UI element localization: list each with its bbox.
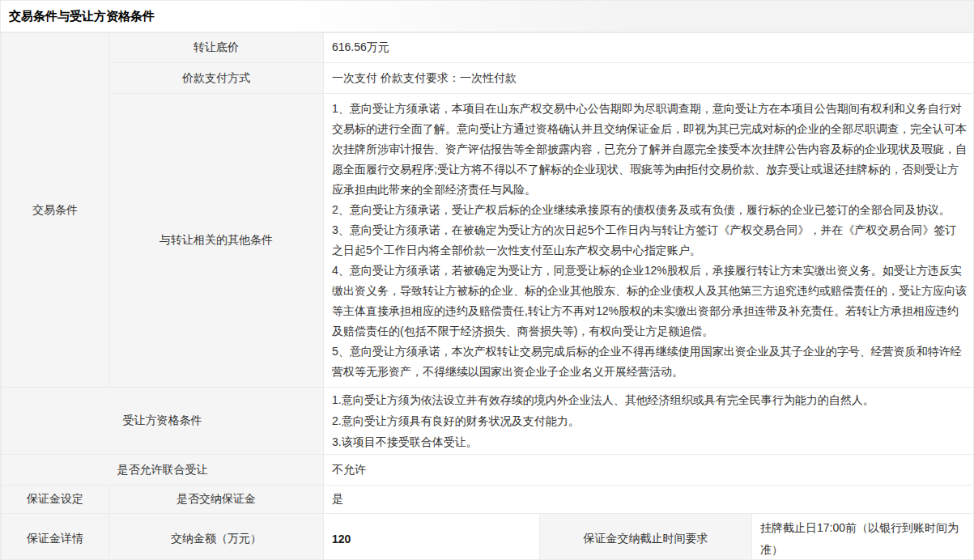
table-row: 价款支付方式 一次支付 价款支付要求：一次性付款 (2, 63, 974, 94)
other-condition-paragraph: 1、意向受让方须承诺，本项目在山东产权交易中心公告期即为尽职调查期，意向受让方在… (332, 99, 967, 200)
group-cell-deposit-detail: 保证金详情 (2, 514, 109, 560)
label-cell-deposit-required: 是否交纳保证金 (109, 486, 324, 514)
value-cell-deposit-required: 是 (324, 486, 974, 514)
qualification-line: 3.该项目不接受联合体受让。 (332, 431, 967, 452)
label-cell-joint-transfer: 是否允许联合受让 (2, 455, 324, 486)
qualification-line: 2.意向受让方须具有良好的财务状况及支付能力。 (332, 410, 967, 431)
conditions-table: 交易条件 转让底价 616.56万元 价款支付方式 一次支付 价款支付要求：一次… (1, 32, 974, 560)
other-condition-paragraph: 5、意向受让方须承诺，本次产权转让交易完成后标的企业不得再继续使用国家出资企业及… (332, 342, 967, 382)
value-cell-floor-price: 616.56万元 (324, 33, 974, 63)
other-condition-paragraph: 3、意向受让方须承诺，在被确定为受让方的次日起5个工作日内与转让方签订《产权交易… (332, 220, 967, 261)
value-cell-payment-method: 一次支付 价款支付要求：一次性付款 (324, 63, 974, 94)
table-row: 与转让相关的其他条件 1、意向受让方须承诺，本项目在山东产权交易中心公告期即为尽… (2, 94, 974, 388)
label-cell-deposit-amount: 交纳金额（万元） (109, 514, 324, 560)
table-row: 受让方资格条件 1.意向受让方须为依法设立并有效存续的境内外企业法人、其他经济组… (2, 388, 974, 455)
group-cell-trade-conditions: 交易条件 (2, 33, 109, 388)
label-cell-deposit-deadline: 保证金交纳截止时间要求 (540, 514, 752, 560)
value-cell-deposit-deadline: 挂牌截止日17:00前（以银行到账时间为准） (752, 514, 974, 560)
other-condition-paragraph: 2、意向受让方须承诺，受让产权后标的企业继续承接原有的债权债务及或有负债，履行标… (332, 200, 967, 220)
table-row: 交易条件 转让底价 616.56万元 (2, 33, 974, 63)
other-condition-paragraph: 4、意向受让方须承诺，若被确定为受让方，同意受让标的企业12%股权后，承接履行转… (332, 261, 967, 342)
label-cell-other-conditions: 与转让相关的其他条件 (109, 94, 324, 388)
page-title: 交易条件与受让方资格条件 (9, 9, 155, 24)
label-cell-payment-method: 价款支付方式 (109, 63, 324, 94)
table-row: 保证金详情 交纳金额（万元） 120 保证金交纳截止时间要求 挂牌截止日17:0… (2, 514, 974, 560)
value-cell-joint-transfer: 不允许 (324, 455, 974, 486)
qualification-line: 1.意向受让方须为依法设立并有效存续的境内外企业法人、其他经济组织或具有完全民事… (332, 389, 967, 410)
value-cell-deposit-amount: 120 (324, 514, 540, 560)
table-row: 是否允许联合受让 不允许 (2, 455, 974, 486)
value-cell-other-conditions: 1、意向受让方须承诺，本项目在山东产权交易中心公告期即为尽职调查期，意向受让方在… (324, 94, 974, 388)
label-cell-floor-price: 转让底价 (109, 33, 324, 63)
value-cell-qualification: 1.意向受让方须为依法设立并有效存续的境内外企业法人、其他经济组织或具有完全民事… (324, 388, 974, 455)
label-cell-qualification: 受让方资格条件 (2, 388, 324, 455)
section-title-bar: 交易条件与受让方资格条件 (1, 1, 973, 32)
page-container: 交易条件与受让方资格条件 交易条件 转让底价 616.56万元 价款支付方式 一… (0, 0, 974, 560)
group-cell-deposit-setting: 保证金设定 (2, 486, 109, 514)
table-row: 保证金设定 是否交纳保证金 是 (2, 486, 974, 514)
